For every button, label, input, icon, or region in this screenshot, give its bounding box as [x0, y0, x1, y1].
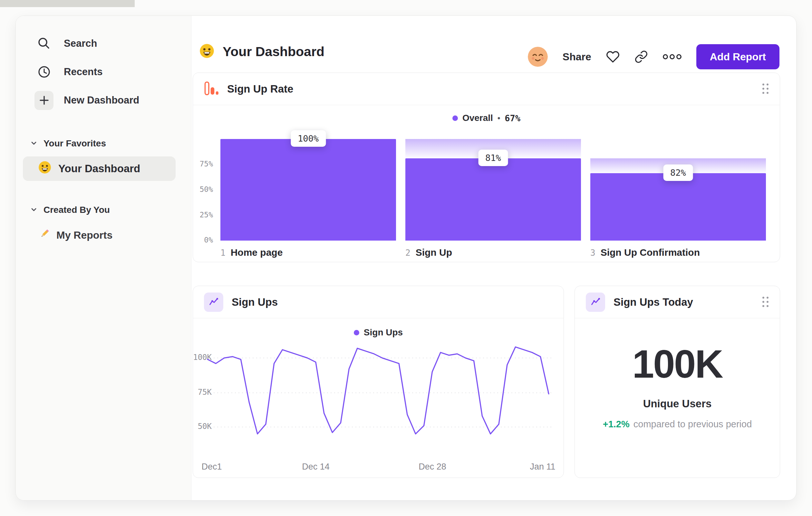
legend-separator: • [497, 113, 500, 123]
x-axis-tick: Dec1 [201, 462, 222, 472]
card-header: Sign Ups Today [575, 286, 780, 318]
funnel-step-label: 2 Sign Up [405, 247, 452, 258]
funnel-value-chip: 100% [291, 130, 326, 147]
card-title: Sign Ups [232, 296, 278, 308]
funnel-bar-sign-up-confirmation[interactable]: 82% [590, 139, 766, 241]
sidebar-item-my-reports[interactable]: My Reports [16, 222, 191, 248]
legend-dot [453, 115, 458, 121]
metric-delta-row: +1.2% compared to previous period [575, 419, 780, 430]
sidebar-item-your-dashboard[interactable]: Your Dashboard [23, 156, 176, 181]
sidebar: Search Recents New Dashboard Your Favori… [16, 16, 192, 500]
sign-ups-line-chart[interactable] [193, 341, 563, 460]
search-icon [34, 34, 54, 53]
favorite-heart-icon[interactable] [606, 50, 620, 63]
add-report-button[interactable]: Add Report [696, 44, 779, 69]
created-by-you-section-header[interactable]: Created By You [16, 200, 191, 220]
sidebar-item-search[interactable]: Search [16, 29, 191, 58]
card-title: Sign Up Rate [227, 83, 293, 95]
dashboard-header: Your Dashboard [199, 44, 324, 60]
metric-name: Unique Users [575, 398, 780, 410]
funnel-step-label: 3 Sign Up Confirmation [590, 247, 700, 258]
pencil-icon [38, 228, 51, 243]
sidebar-item-label: My Reports [56, 229, 112, 241]
sidebar-item-label: New Dashboard [64, 94, 139, 106]
copy-link-icon[interactable] [634, 50, 648, 63]
plus-icon [34, 91, 54, 110]
funnel-bar-segment [221, 139, 396, 241]
smiley-icon [38, 161, 51, 176]
created-by-you-section: Created By You My Reports [16, 200, 191, 248]
funnel-bar-segment [405, 158, 581, 241]
funnel-value-chip: 82% [663, 164, 693, 181]
step-name: Sign Up Confirmation [601, 247, 700, 258]
delta-note: compared to previous period [634, 419, 752, 430]
section-title: Created By You [44, 205, 110, 215]
sidebar-item-label: Search [64, 38, 97, 49]
sidebar-item-label: Recents [64, 66, 103, 78]
funnel-bar-segment [590, 173, 766, 241]
delta-percentage: +1.2% [603, 419, 630, 430]
smiley-icon [199, 44, 214, 60]
user-avatar[interactable] [528, 47, 548, 67]
page-title: Your Dashboard [223, 44, 324, 59]
drag-handle-icon[interactable] [762, 84, 769, 94]
funnel-legend: Overall • 67% [193, 113, 780, 123]
funnel-step-label: 1 Home page [221, 247, 283, 258]
x-axis-tick: Dec 28 [418, 462, 446, 472]
card-header: Sign Up Rate [193, 73, 780, 105]
sign-ups-card: Sign Ups Sign Ups 100K 75K 50K Dec1 Dec … [193, 286, 564, 478]
line-chart-icon [204, 293, 223, 312]
y-axis-tick: 50% [193, 185, 213, 193]
legend-value: 67% [504, 113, 520, 123]
card-title: Sign Ups Today [613, 296, 693, 308]
funnel-chart-icon [204, 81, 219, 97]
chevron-down-icon [31, 138, 37, 149]
funnel-value-chip: 81% [478, 150, 508, 166]
step-number: 2 [405, 248, 410, 258]
sidebar-item-new-dashboard[interactable]: New Dashboard [16, 86, 191, 114]
favorites-section-header[interactable]: Your Favorites [16, 133, 191, 154]
sidebar-item-label: Your Dashboard [58, 163, 140, 175]
legend-dot [354, 330, 359, 335]
legend-label: Overall [462, 113, 493, 123]
sign-ups-today-card: Sign Ups Today 100K Unique Users +1.2% c… [575, 286, 780, 478]
share-button[interactable]: Share [562, 51, 591, 63]
sidebar-item-recents[interactable]: Recents [16, 58, 191, 86]
step-name: Home page [231, 247, 283, 258]
metric-big-number: 100K [575, 342, 780, 387]
chevron-down-icon [31, 205, 37, 215]
line-series [207, 347, 549, 434]
step-number: 1 [221, 248, 226, 258]
clock-icon [34, 62, 54, 82]
sign-up-rate-card: Sign Up Rate Overall • 67% 75% 50% 25% 0… [193, 73, 780, 262]
favorites-section: Your Favorites Your Dashboard [16, 133, 191, 181]
step-name: Sign Up [416, 247, 452, 258]
legend-label: Sign Ups [364, 327, 403, 338]
line-chart-icon [586, 293, 605, 312]
screen-edge-artifact [0, 0, 135, 7]
card-header: Sign Ups [193, 286, 563, 318]
line-legend: Sign Ups [193, 327, 563, 338]
funnel-bar-sign-up[interactable]: 81% [405, 139, 581, 241]
x-axis-tick: Jan 11 [530, 462, 555, 472]
section-title: Your Favorites [44, 138, 106, 149]
y-axis-tick: 0% [193, 236, 213, 244]
app-window: Search Recents New Dashboard Your Favori… [16, 16, 796, 500]
drag-handle-icon[interactable] [762, 297, 769, 307]
header-actions: Share Add Report [528, 44, 779, 69]
y-axis-tick: 75% [193, 160, 213, 168]
more-options-icon[interactable] [663, 54, 682, 60]
y-axis-tick: 25% [193, 211, 213, 219]
funnel-bar-home-page[interactable]: 100% [221, 139, 396, 241]
x-axis-tick: Dec 14 [302, 462, 330, 472]
step-number: 3 [590, 248, 596, 258]
